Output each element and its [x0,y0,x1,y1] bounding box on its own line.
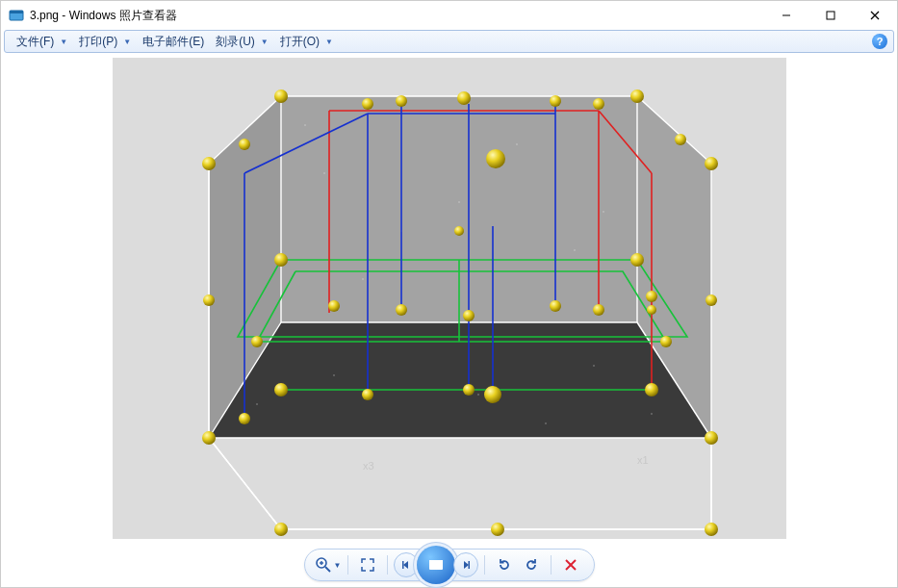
svg-point-55 [239,139,250,150]
menu-print[interactable]: 打印(P)▼ [73,31,137,52]
svg-point-72 [274,383,288,396]
svg-point-58 [274,253,288,267]
close-button[interactable] [853,1,897,30]
svg-rect-90 [429,560,443,563]
menu-burn-label: 刻录(U) [216,34,255,50]
window-title: 3.png - Windows 照片查看器 [30,8,764,24]
svg-point-79 [705,431,718,445]
svg-point-13 [603,211,604,213]
svg-rect-88 [402,561,404,569]
svg-point-76 [645,383,658,396]
svg-point-10 [574,249,576,251]
toolbar-pill: ▼ [304,549,595,581]
minimize-button[interactable] [764,1,808,30]
help-button[interactable]: ? [872,34,887,49]
svg-point-20 [545,422,547,424]
toolbar-separator [387,555,388,575]
svg-point-68 [646,291,657,302]
svg-point-50 [550,95,561,107]
menu-open[interactable]: 打开(O)▼ [274,31,339,52]
chevron-down-icon: ▼ [261,38,269,46]
svg-point-9 [516,143,518,145]
svg-point-59 [630,253,644,267]
svg-point-18 [651,413,653,415]
svg-point-57 [486,149,505,168]
help-icon: ? [877,36,884,47]
chevron-down-icon: ▼ [325,38,333,46]
svg-rect-1 [10,11,23,13]
viewer-toolbar: ▼ [1,543,897,587]
menu-print-label: 打印(P) [79,34,117,50]
chevron-down-icon: ▼ [123,38,131,46]
svg-point-51 [593,98,604,110]
svg-marker-87 [403,561,408,569]
titlebar: 3.png - Windows 照片查看器 [1,1,897,30]
svg-point-47 [362,98,373,110]
delete-button[interactable] [557,551,584,578]
svg-point-60 [203,294,215,306]
svg-point-69 [647,305,656,315]
svg-point-56 [675,134,686,145]
axis-x3-label: x3 [363,460,374,472]
svg-point-7 [323,172,325,174]
menubar: 文件(F)▼ 打印(P)▼ 电子邮件(E) 刻录(U)▼ 打开(O)▼ ? [4,30,894,53]
svg-point-77 [239,413,250,424]
svg-point-54 [202,157,216,170]
svg-line-84 [325,567,330,572]
svg-point-49 [457,91,471,105]
axis-x1-label: x1 [637,454,649,466]
svg-point-67 [593,304,604,316]
menu-open-label: 打开(O) [280,34,320,50]
next-button[interactable] [453,552,478,577]
chevron-down-icon: ▼ [60,38,67,46]
rotate-ccw-button[interactable] [491,551,518,578]
menu-file-label: 文件(F) [16,34,54,50]
svg-point-12 [458,201,460,203]
chevron-down-icon: ▼ [334,561,342,570]
svg-point-78 [202,431,216,445]
svg-point-81 [491,523,504,536]
svg-point-71 [660,336,672,347]
rotate-cw-button[interactable] [518,551,545,578]
svg-point-52 [630,89,644,103]
maximize-button[interactable] [808,1,853,30]
window-controls [764,1,897,30]
menu-email-label: 电子邮件(E) [142,34,204,50]
prev-button[interactable] [394,552,419,577]
menu-file[interactable]: 文件(F)▼ [11,31,73,52]
svg-point-15 [333,374,335,376]
svg-rect-3 [827,12,834,19]
svg-point-63 [328,300,340,312]
toolbar-separator [551,555,552,575]
svg-point-73 [362,389,373,400]
cube-floor [209,322,711,438]
viewer-canvas[interactable]: x2 x3 x1 [1,53,897,543]
svg-point-80 [274,523,288,536]
svg-point-75 [463,384,475,396]
zoom-button[interactable]: ▼ [315,551,342,578]
fit-button[interactable] [354,551,381,578]
svg-point-46 [274,89,288,103]
svg-marker-91 [464,561,469,569]
title-separator: - [59,9,69,22]
app-window: 3.png - Windows 照片查看器 文件(F)▼ 打印(P)▼ 电子邮件… [0,0,898,588]
svg-point-61 [706,294,717,306]
svg-rect-92 [468,561,470,569]
svg-point-14 [304,124,306,126]
svg-point-64 [396,304,407,316]
svg-point-48 [396,95,407,107]
svg-point-82 [705,523,718,536]
svg-point-70 [251,336,263,347]
title-appname: Windows 照片查看器 [69,9,177,22]
toolbar-separator [347,555,348,575]
slideshow-button[interactable] [417,546,455,584]
toolbar-separator [484,555,485,575]
svg-point-17 [593,365,595,367]
svg-point-11 [362,278,364,280]
svg-point-19 [256,403,258,405]
menu-burn[interactable]: 刻录(U)▼ [210,31,274,52]
menu-email[interactable]: 电子邮件(E) [137,31,210,52]
app-icon [9,8,24,23]
svg-point-53 [705,157,718,170]
svg-point-62 [454,226,464,236]
